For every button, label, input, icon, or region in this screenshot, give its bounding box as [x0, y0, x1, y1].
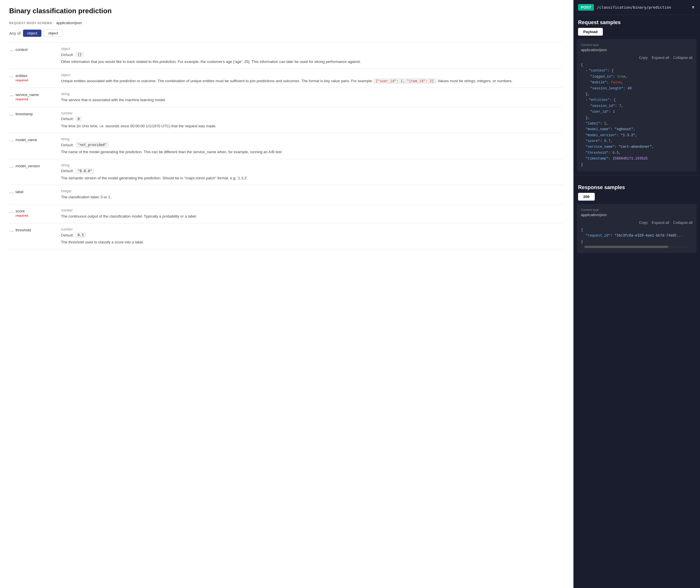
object-btn-2[interactable]: object	[44, 30, 62, 37]
request-code-block: Content type application/json Copy Expan…	[577, 39, 697, 172]
field-right: integer The classification label, 0 or 1…	[61, 189, 564, 200]
response-copy-button[interactable]: Copy	[639, 220, 648, 225]
field-right: object Unique entities associated with t…	[61, 73, 564, 84]
schema-label: REQUEST BODY SCHEMA:	[9, 21, 53, 25]
field-default: Default: "not_provided"	[61, 142, 564, 147]
field-name: model_version	[16, 164, 40, 168]
field-default-val: "0.0.0"	[76, 168, 94, 174]
object-btn-1[interactable]: object	[23, 30, 42, 37]
schema-value: application/json	[56, 21, 82, 25]
field-type: string	[61, 163, 564, 167]
field-default-val: "not_provided"	[76, 142, 109, 147]
field-left: — timestamp	[9, 111, 55, 129]
field-row: — threshold number Default: 0.5 The thre…	[9, 223, 564, 249]
field-name: threshold	[16, 228, 31, 232]
field-dash: —	[9, 112, 14, 118]
field-left: — score required	[9, 208, 55, 219]
field-default: Default: 0	[61, 116, 564, 122]
field-right: object Default: {} Other information tha…	[61, 47, 564, 65]
request-expand-all-button[interactable]: Expand all	[652, 55, 669, 60]
field-desc: The continuous output of the classificat…	[61, 214, 564, 219]
field-dash: —	[9, 210, 14, 215]
field-type: object	[61, 47, 564, 51]
field-left: — label	[9, 189, 55, 200]
response-section: Response samples 200 Content type applic…	[574, 178, 700, 253]
field-left: — model_version	[9, 163, 55, 181]
field-left: — threshold	[9, 227, 55, 245]
field-desc: The time (in Unix time, i.e. seconds sin…	[61, 123, 564, 129]
status-btn-row: 200	[574, 193, 700, 204]
request-samples-title: Request samples	[578, 20, 695, 26]
field-type: string	[61, 137, 564, 141]
response-collapse-all-button[interactable]: Collapse all	[673, 220, 693, 225]
field-row: — service_name required string The servi…	[9, 88, 564, 107]
field-name-col: entities required	[16, 74, 28, 82]
field-name: model_name	[16, 138, 37, 142]
field-left: — context	[9, 47, 55, 65]
field-type: number	[61, 227, 564, 231]
request-collapse-all-button[interactable]: Collapse all	[673, 55, 693, 60]
field-default: Default: "0.0.0"	[61, 168, 564, 174]
schema-row: REQUEST BODY SCHEMA: application/json	[9, 21, 564, 25]
response-code-actions: Copy Expand all Collapse all	[581, 220, 693, 225]
response-content-type-value: application/json	[581, 213, 693, 217]
field-right: number The continuous output of the clas…	[61, 208, 564, 219]
field-desc: The name of the model generating the pre…	[61, 149, 564, 155]
field-row: — score required number The continuous o…	[9, 204, 564, 224]
field-right: number Default: 0.5 The threshold used t…	[61, 227, 564, 245]
any-of-row: Any of object object	[9, 30, 564, 37]
response-expand-all-button[interactable]: Expand all	[652, 220, 669, 225]
field-required: required	[16, 97, 39, 101]
payload-btn-row: Payload	[574, 28, 700, 39]
field-name-col: service_name required	[16, 93, 39, 101]
request-samples-header: Request samples	[574, 15, 700, 28]
field-row: — entities required object Unique entiti…	[9, 69, 564, 88]
field-type: number	[61, 111, 564, 115]
payload-button[interactable]: Payload	[578, 28, 603, 36]
field-type: number	[61, 208, 564, 212]
field-right: string The service that is associated wi…	[61, 92, 564, 103]
scroll-bar-area[interactable]	[584, 246, 689, 248]
scroll-bar-thumb	[584, 246, 668, 248]
field-name-col: score required	[16, 209, 28, 217]
field-right: number Default: 0 The time (in Unix time…	[61, 111, 564, 129]
field-dash: —	[9, 74, 14, 79]
field-left: — entities required	[9, 73, 55, 84]
request-copy-button[interactable]: Copy	[639, 55, 648, 60]
request-content-type-value: application/json	[581, 48, 693, 52]
field-name: context	[16, 47, 28, 52]
field-name-col: model_name	[16, 138, 37, 142]
response-samples-header: Response samples	[574, 180, 700, 193]
page-title: Binary classification prediction	[9, 7, 564, 15]
status-200-button[interactable]: 200	[578, 193, 595, 201]
field-default: Default: 0.5	[61, 232, 564, 238]
fields-list: — context object Default: {} Other infor…	[9, 43, 564, 249]
field-right: string Default: "0.0.0" The semantic ver…	[61, 163, 564, 181]
inline-code: {"user_id": 1, "item_id": 2}	[374, 78, 436, 84]
chevron-down-icon[interactable]: ▼	[691, 5, 695, 10]
field-row: — label integer The classification label…	[9, 185, 564, 204]
field-default-val: 0	[76, 116, 82, 122]
field-required: required	[16, 78, 28, 82]
field-right: string Default: "not_provided" The name …	[61, 137, 564, 155]
field-desc: Other information that you would like to…	[61, 59, 564, 65]
field-name: label	[16, 190, 23, 194]
request-code-actions: Copy Expand all Collapse all	[581, 55, 693, 60]
response-code-area: { "request_id": "1bc3fc8a-e320-4ae1-bb7d…	[581, 227, 693, 245]
field-dash: —	[9, 93, 14, 98]
response-content-type-label: Content type	[581, 208, 693, 212]
top-bar: POST /classification/binary/prediction ▼	[574, 0, 700, 15]
any-of-label: Any of	[9, 31, 21, 36]
field-type: integer	[61, 189, 564, 193]
field-row: — model_version string Default: "0.0.0" …	[9, 159, 564, 185]
request-code-area: { -"context": { "logged_in": true, "mobi…	[581, 62, 693, 168]
field-dash: —	[9, 228, 14, 234]
field-desc: The semantic version of the model genera…	[61, 175, 564, 181]
field-row: — model_name string Default: "not_provid…	[9, 133, 564, 159]
field-name-col: model_version	[16, 164, 40, 168]
field-row: — context object Default: {} Other infor…	[9, 43, 564, 69]
field-name: timestamp	[16, 112, 33, 116]
field-dash: —	[9, 164, 14, 170]
field-desc: Unique entities associated with the pred…	[61, 78, 564, 84]
method-badge: POST	[578, 4, 594, 11]
